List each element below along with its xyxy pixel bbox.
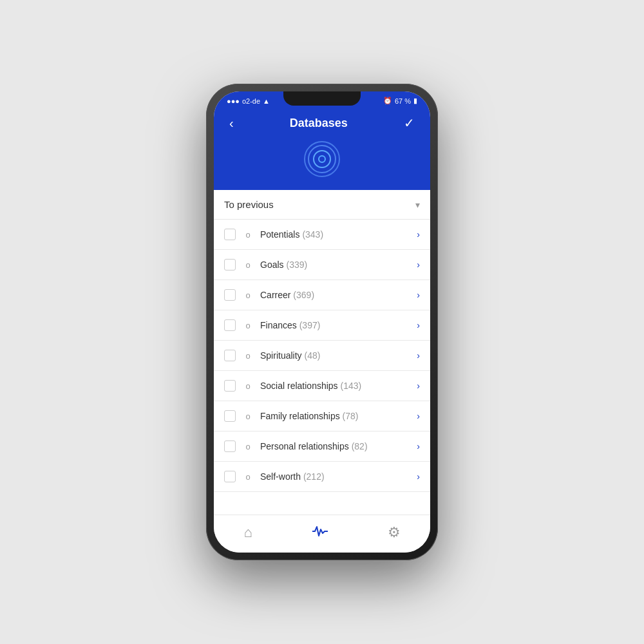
item-count-family: (78) xyxy=(343,411,359,421)
confirm-button[interactable]: ✓ xyxy=(399,113,420,133)
checkbox-family[interactable] xyxy=(224,410,236,422)
circle-inner xyxy=(318,155,326,163)
item-label-spirituality: Spirituality (48) xyxy=(260,350,412,361)
list-item[interactable]: o Potentials (343) › xyxy=(214,220,430,250)
item-label-selfworth: Self-worth (212) xyxy=(260,471,412,482)
bullet-spirituality: o xyxy=(242,351,254,361)
carrier-label: o2-de xyxy=(242,97,260,105)
bottom-nav: ⌂ ⚙ xyxy=(214,515,430,553)
bullet-potentials: o xyxy=(242,230,254,240)
content-area: To previous ▾ o Potentials (343) › o xyxy=(214,190,430,515)
chevron-carreer: › xyxy=(417,290,420,300)
item-count-social: (143) xyxy=(341,381,362,391)
page-title: Databases xyxy=(290,117,348,130)
list-item[interactable]: o Spirituality (48) › xyxy=(214,341,430,371)
bullet-social: o xyxy=(242,381,254,391)
item-count-selfworth: (212) xyxy=(303,471,325,482)
chevron-potentials: › xyxy=(417,229,420,240)
bullet-finances: o xyxy=(242,321,254,330)
checkbox-finances[interactable] xyxy=(224,319,236,331)
phone-notch xyxy=(283,91,361,106)
list-item[interactable]: o Finances (397) › xyxy=(214,310,430,341)
battery-label: 67 % xyxy=(395,97,411,105)
checkbox-goals[interactable] xyxy=(224,259,236,270)
app-logo-icon xyxy=(304,141,340,177)
phone-screen: ●●● o2-de ▲ ⏰ 67 % ▮ ‹ Databases ✓ xyxy=(214,91,430,553)
header-nav: ‹ Databases ✓ xyxy=(224,113,420,133)
item-label-carreer: Carreer (369) xyxy=(260,290,412,300)
phone-device: ●●● o2-de ▲ ⏰ 67 % ▮ ‹ Databases ✓ xyxy=(206,84,438,560)
signal-icon: ●●● xyxy=(227,97,240,105)
alarm-icon: ⏰ xyxy=(383,97,392,105)
wifi-icon: ▲ xyxy=(263,97,270,105)
item-count-finances: (397) xyxy=(299,320,321,330)
to-previous-row[interactable]: To previous ▾ xyxy=(214,190,430,220)
item-count-personal: (82) xyxy=(352,441,368,451)
item-label-potentials: Potentials (343) xyxy=(260,229,412,240)
checkbox-potentials[interactable] xyxy=(224,229,236,240)
item-label-social: Social relationships (143) xyxy=(260,381,412,391)
item-count-goals: (339) xyxy=(286,260,307,270)
bullet-carreer: o xyxy=(242,290,254,300)
item-count-spirituality: (48) xyxy=(304,350,320,361)
chevron-social: › xyxy=(417,381,420,391)
checkbox-spirituality[interactable] xyxy=(224,350,236,361)
chevron-selfworth: › xyxy=(417,471,420,482)
list-item[interactable]: o Goals (339) › xyxy=(214,250,430,280)
list-item[interactable]: o Personal relationships (82) › xyxy=(214,431,430,462)
nav-home-button[interactable]: ⌂ xyxy=(233,522,262,544)
list-item[interactable]: o Family relationships (78) › xyxy=(214,401,430,431)
chevron-family: › xyxy=(417,411,420,421)
back-button[interactable]: ‹ xyxy=(224,113,239,133)
list-item[interactable]: o Carreer (369) › xyxy=(214,280,430,310)
chevron-finances: › xyxy=(417,320,420,330)
database-list: o Potentials (343) › o Goals (339) › xyxy=(214,220,430,492)
chevron-goals: › xyxy=(417,260,420,270)
item-count-carreer: (369) xyxy=(293,290,314,300)
item-label-finances: Finances (397) xyxy=(260,320,412,330)
item-count-potentials: (343) xyxy=(302,229,323,240)
status-right: ⏰ 67 % ▮ xyxy=(383,97,417,105)
header: ‹ Databases ✓ xyxy=(214,108,430,190)
checkbox-personal[interactable] xyxy=(224,440,236,452)
item-label-personal: Personal relationships (82) xyxy=(260,441,412,451)
to-previous-label: To previous xyxy=(224,199,274,210)
home-icon: ⌂ xyxy=(243,524,252,541)
list-item[interactable]: o Self-worth (212) › xyxy=(214,462,430,492)
checkbox-social[interactable] xyxy=(224,380,236,392)
activity-icon xyxy=(312,524,328,541)
nav-settings-button[interactable]: ⚙ xyxy=(377,522,411,544)
checkbox-carreer[interactable] xyxy=(224,289,236,301)
status-left: ●●● o2-de ▲ xyxy=(227,97,270,105)
bullet-personal: o xyxy=(242,442,254,451)
bullet-family: o xyxy=(242,412,254,421)
bullet-goals: o xyxy=(242,260,254,270)
to-previous-chevron: ▾ xyxy=(415,200,420,210)
item-label-goals: Goals (339) xyxy=(260,260,412,270)
battery-icon: ▮ xyxy=(413,97,417,105)
item-label-family: Family relationships (78) xyxy=(260,411,412,421)
checkbox-selfworth[interactable] xyxy=(224,471,236,482)
list-item[interactable]: o Social relationships (143) › xyxy=(214,371,430,401)
chevron-spirituality: › xyxy=(417,350,420,361)
bullet-selfworth: o xyxy=(242,472,254,482)
nav-activity-button[interactable] xyxy=(302,522,338,544)
settings-icon: ⚙ xyxy=(388,524,401,541)
chevron-personal: › xyxy=(417,441,420,451)
